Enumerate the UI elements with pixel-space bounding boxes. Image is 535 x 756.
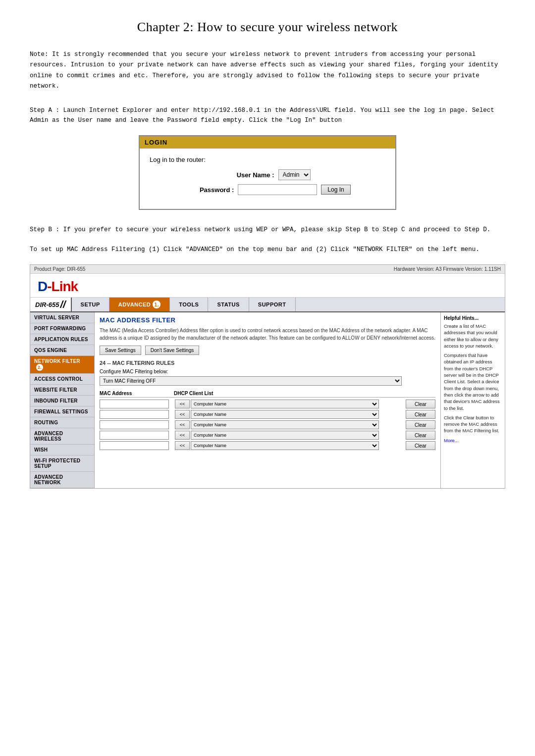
mac-arrow-btn-1[interactable]: << (175, 400, 190, 408)
sidebar-item-port-forwarding[interactable]: PORT FORWARDING (30, 323, 94, 334)
sidebar-item-firewall-settings[interactable]: FIREWALL SETTINGS (30, 406, 94, 417)
mac-clear-btn-1[interactable]: Clear (406, 400, 435, 408)
router-topbar: Product Page: DIR-655 Hardware Version: … (30, 265, 505, 274)
mac-name-select-1[interactable]: Computer Name (191, 400, 379, 408)
hints-para3: Click the Clear button to remove the MAC… (444, 414, 502, 434)
mac-arrow-btn-3[interactable]: << (175, 420, 190, 429)
step-a-content: Step A : Launch Internet Explorer and en… (30, 107, 494, 124)
login-title: LOGIN (140, 136, 395, 149)
nav-advanced-label: ADVANCED (118, 302, 151, 307)
sidebar-item-access-control[interactable]: ACCESS CONTROL (30, 374, 94, 385)
table-row: << Computer Name Clear (100, 400, 435, 408)
username-row: User Name : Admin (150, 169, 385, 180)
step-a-text: Step A : Launch Internet Explorer and en… (30, 105, 505, 125)
network-filter-badge: 2. (36, 364, 43, 371)
clear-header (406, 391, 435, 396)
mac-input-4[interactable] (100, 431, 169, 440)
mac-name-select-4[interactable]: Computer Name (191, 431, 379, 440)
dont-save-settings-button[interactable]: Don't Save Settings (145, 346, 200, 355)
mac-filter-dropdown[interactable]: Turn MAC Filtering OFF (100, 376, 402, 386)
hints-para1: Create a list of MAC addresses that you … (444, 323, 502, 349)
mac-input-1[interactable] (100, 400, 169, 408)
nav-advanced-badge: 1. (153, 301, 160, 308)
sidebar-item-wifi-protected[interactable]: WI-FI PROTECTED SETUP (30, 455, 94, 472)
mac-input-2[interactable] (100, 410, 169, 419)
sidebar-item-wish[interactable]: WISH (30, 445, 94, 455)
username-label: User Name : (225, 171, 274, 179)
mac-clear-btn-5[interactable]: Clear (406, 441, 435, 450)
sidebar-item-network-filter[interactable]: NETWORK FILTER 2. (30, 356, 94, 374)
mac-clear-btn-4[interactable]: Clear (406, 431, 435, 440)
mac-arrow-btn-4[interactable]: << (175, 431, 190, 440)
step-mac-text: To set up MAC Address Filtering (1) Clic… (30, 245, 505, 254)
sidebar-item-website-filter[interactable]: WEBSITE FILTER (30, 385, 94, 396)
more-link[interactable]: More... (444, 438, 459, 443)
sidebar-item-virtual-server[interactable]: VIRTUAL SERVER (30, 312, 94, 323)
mac-configure-label: Configure MAC Filtering below: (100, 369, 435, 374)
save-settings-button[interactable]: Save Settings (100, 346, 141, 355)
network-filter-label: NETWORK FILTER (34, 358, 80, 364)
hints-para3-content: Click the Clear button to remove the MAC… (444, 415, 499, 434)
mac-filter-description: The MAC (Media Access Controller) Addres… (100, 327, 435, 342)
nav-setup[interactable]: SETUP (72, 298, 109, 311)
login-box: LOGIN Log in to the router: User Name : … (139, 135, 396, 210)
mac-name-select-3[interactable]: Computer Name (191, 420, 379, 429)
password-input[interactable] (238, 184, 317, 195)
password-row: Password : Log In (150, 184, 385, 195)
mac-arrow-btn-2[interactable]: << (175, 410, 190, 419)
hints-text: Create a list of MAC addresses that you … (444, 323, 502, 444)
nav-status[interactable]: STATUS (208, 298, 249, 311)
hints-title: Helpful Hints... (444, 315, 502, 321)
router-main: VIRTUAL SERVER PORT FORWARDING APPLICATI… (30, 312, 505, 488)
login-body: Log in to the router: User Name : Admin … (140, 149, 395, 209)
username-select[interactable]: Admin (278, 169, 311, 180)
table-row: << Computer Name Clear (100, 441, 435, 450)
page-title: Chapter 2: How to secure your wireless n… (30, 20, 505, 35)
router-content: MAC ADDRESS FILTER The MAC (Media Access… (95, 312, 440, 488)
nav-tools[interactable]: TOOLS (170, 298, 208, 311)
router-sidebar: VIRTUAL SERVER PORT FORWARDING APPLICATI… (30, 312, 95, 488)
model-label: DIR-655 (35, 301, 59, 308)
table-row: << Computer Name Clear (100, 431, 435, 440)
sidebar-item-advanced-wireless[interactable]: ADVANCED WIRELESS (30, 428, 94, 445)
mac-arrow-btn-5[interactable]: << (175, 441, 190, 450)
router-screenshot: Product Page: DIR-655 Hardware Version: … (30, 264, 505, 489)
hints-panel: Helpful Hints... Create a list of MAC ad… (440, 312, 505, 488)
mac-clear-btn-2[interactable]: Clear (406, 410, 435, 419)
mac-name-select-5[interactable]: Computer Name (191, 441, 379, 450)
sidebar-item-application-rules[interactable]: APPLICATION RULES (30, 334, 94, 345)
step-b-text: Step B : If you prefer to secure your wi… (30, 225, 505, 235)
sidebar-item-inbound-filter[interactable]: INBOUND FILTER (30, 396, 94, 406)
password-label: Password : (184, 186, 234, 194)
mac-name-select-2[interactable]: Computer Name (191, 410, 379, 419)
mac-input-5[interactable] (100, 441, 169, 450)
table-row: << Computer Name Clear (100, 410, 435, 419)
router-header: D-Link (30, 274, 505, 298)
dhcp-header: DHCP Client List (174, 391, 406, 396)
mac-address-header: MAC Address (100, 391, 174, 396)
note-paragraph: Note: It is strongly recommended that yo… (30, 50, 505, 92)
product-page: Product Page: DIR-655 (34, 266, 85, 272)
table-row: << Computer Name Clear (100, 420, 435, 429)
nav-advanced[interactable]: ADVANCED 1. (109, 298, 170, 311)
mac-rules-title: 24 -- MAC FILTERING RULES (100, 360, 435, 366)
settings-buttons: Save Settings Don't Save Settings (100, 346, 435, 355)
dlink-logo: D-Link (38, 279, 497, 295)
hints-para2: Computers that have obtained an IP addre… (444, 352, 502, 411)
nav-support[interactable]: SUPPORT (249, 298, 296, 311)
sidebar-item-routing[interactable]: ROUTING (30, 417, 94, 428)
nav-model: DIR-655 // (30, 298, 72, 311)
sidebar-item-advanced-network[interactable]: ADVANCED NETWORK (30, 472, 94, 488)
model-slash: // (60, 300, 65, 309)
login-button[interactable]: Log In (321, 185, 350, 195)
mac-input-3[interactable] (100, 420, 169, 429)
firmware-info: Hardware Version: A3 Firmware Version: 1… (394, 266, 501, 272)
sidebar-item-qos-engine[interactable]: QOS ENGINE (30, 345, 94, 356)
mac-clear-btn-3[interactable]: Clear (406, 420, 435, 429)
mac-filter-title: MAC ADDRESS FILTER (100, 316, 435, 324)
router-navbar: DIR-655 // SETUP ADVANCED 1. TOOLS STATU… (30, 298, 505, 312)
mac-table-header: MAC Address DHCP Client List (100, 390, 435, 398)
login-subtitle: Log in to the router: (150, 156, 385, 163)
